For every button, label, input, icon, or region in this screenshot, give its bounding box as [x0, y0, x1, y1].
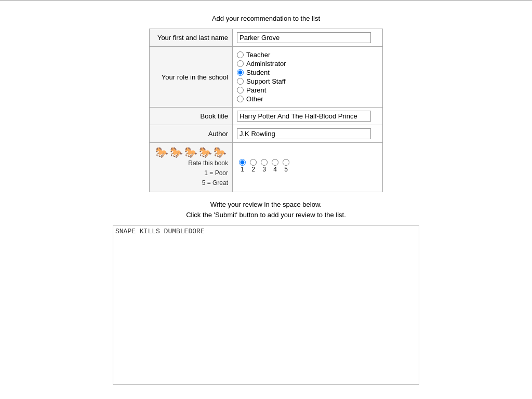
- role-student-radio[interactable]: [237, 69, 244, 76]
- role-other-radio[interactable]: [237, 96, 244, 102]
- role-other-label: Other: [246, 95, 263, 103]
- page-container: Add your recommendation to the list Your…: [0, 0, 532, 399]
- role-teacher-row: Teacher: [237, 51, 378, 59]
- rating-row: 🐎🐎🐎🐎🐎 Rate this book 1 = Poor 5 = Great …: [150, 143, 383, 192]
- author-label: Author: [150, 125, 233, 143]
- author-input-cell: [233, 125, 383, 143]
- stars-cell: 🐎🐎🐎🐎🐎 Rate this book 1 = Poor 5 = Great: [150, 143, 233, 192]
- role-cell: Teacher Administrator Student Support St…: [233, 47, 383, 108]
- rating-3-label: 3: [262, 166, 266, 173]
- rating-4-item: 4: [272, 159, 278, 173]
- rating-1-item: 1: [239, 159, 246, 173]
- review-instructions-line1: Write your review in the space below.: [210, 201, 322, 208]
- name-row: Your first and last name: [150, 29, 383, 47]
- rating-input-cell: 1 2 3 4 5: [233, 143, 383, 192]
- rating-2-item: 2: [250, 159, 257, 173]
- role-row: Your role in the school Teacher Administ…: [150, 47, 383, 108]
- author-row: Author: [150, 125, 383, 143]
- role-support-row: Support Staff: [237, 77, 378, 85]
- book-title-row: Book title: [150, 108, 383, 125]
- rating-5-radio[interactable]: [283, 159, 289, 166]
- rate-this-book-label: Rate this book: [188, 159, 228, 167]
- top-border: [0, 0, 532, 1]
- role-student-row: Student: [237, 69, 378, 76]
- role-teacher-radio[interactable]: [237, 51, 244, 58]
- rating-2-radio[interactable]: [250, 159, 257, 166]
- rating-radios: 1 2 3 4 5: [239, 159, 376, 173]
- review-textarea[interactable]: SNAPE KILLS DUMBLEDORE: [115, 228, 417, 381]
- rating-3-item: 3: [261, 159, 268, 173]
- rating-3-radio[interactable]: [261, 159, 268, 166]
- page-title: Add your recommendation to the list: [0, 8, 532, 29]
- role-parent-row: Parent: [237, 86, 378, 94]
- name-input[interactable]: [237, 32, 371, 43]
- name-input-cell: [233, 29, 383, 47]
- review-instructions: Write your review in the space below. Cl…: [0, 200, 532, 221]
- role-administrator-row: Administrator: [237, 60, 378, 68]
- rating-great-label: 5 = Great: [202, 179, 228, 187]
- role-support-radio[interactable]: [237, 78, 244, 85]
- name-label: Your first and last name: [150, 29, 233, 47]
- role-teacher-label: Teacher: [246, 51, 270, 59]
- role-administrator-radio[interactable]: [237, 60, 244, 67]
- role-student-label: Student: [246, 69, 270, 76]
- form-table: Your first and last name Your role in th…: [149, 29, 383, 192]
- author-input[interactable]: [237, 128, 371, 139]
- book-title-input[interactable]: [237, 111, 371, 122]
- rating-1-label: 1: [241, 166, 244, 173]
- role-administrator-label: Administrator: [246, 60, 286, 68]
- book-title-input-cell: [233, 108, 383, 125]
- rating-1-radio[interactable]: [239, 159, 246, 166]
- rating-2-label: 2: [251, 166, 255, 173]
- role-other-row: Other: [237, 95, 378, 103]
- role-parent-label: Parent: [246, 86, 266, 94]
- review-textarea-container: SNAPE KILLS DUMBLEDORE: [113, 225, 419, 385]
- rating-5-item: 5: [283, 159, 289, 173]
- rating-poor-label: 1 = Poor: [204, 169, 228, 177]
- book-title-label: Book title: [150, 108, 233, 125]
- horse-icons: 🐎🐎🐎🐎🐎: [155, 147, 228, 158]
- review-instructions-line2: Click the 'Submit' button to add your re…: [186, 211, 346, 219]
- rating-label: Rate this book 1 = Poor 5 = Great: [154, 158, 228, 189]
- role-support-label: Support Staff: [246, 77, 286, 85]
- rating-5-label: 5: [284, 166, 288, 173]
- rating-4-radio[interactable]: [272, 159, 278, 166]
- role-label: Your role in the school: [150, 47, 233, 108]
- role-parent-radio[interactable]: [237, 87, 244, 94]
- rating-4-label: 4: [273, 166, 277, 173]
